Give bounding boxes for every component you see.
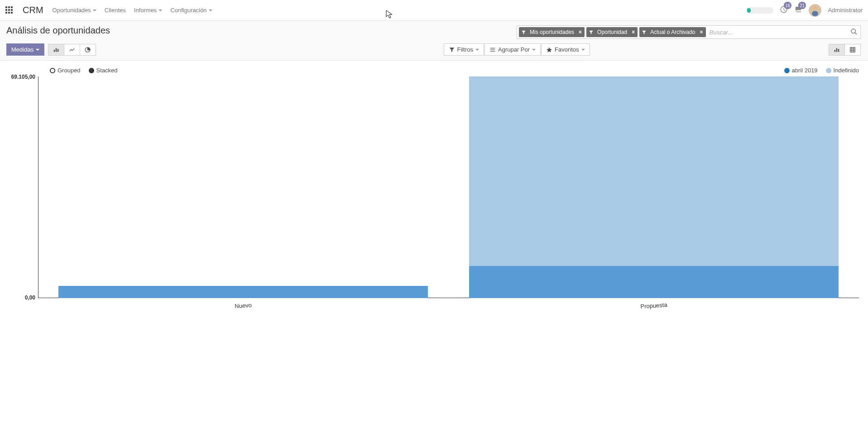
svg-rect-1	[812, 11, 818, 16]
search-icon	[850, 28, 858, 35]
svg-rect-13	[850, 47, 855, 52]
chart-canvas: 69.105,00 0,00 NuevoPropuesta	[38, 76, 859, 312]
svg-rect-6	[58, 49, 58, 52]
app-brand[interactable]: CRM	[23, 5, 43, 15]
svg-rect-8	[490, 49, 495, 50]
progress-indicator[interactable]	[746, 7, 773, 14]
groupby-label: Agrupar Por	[498, 46, 530, 53]
svg-point-2	[851, 29, 855, 33]
legend-stacked[interactable]: Stacked	[89, 67, 118, 74]
series-color-icon	[784, 68, 790, 73]
chevron-down-icon	[36, 49, 39, 51]
pie-chart-icon	[85, 47, 91, 53]
line-chart-icon	[69, 47, 75, 53]
nav-informes[interactable]: Informes	[134, 7, 163, 14]
view-switcher	[829, 44, 861, 56]
svg-rect-11	[836, 48, 837, 52]
cp-top: Análisis de oportunidades Mis oportunida…	[0, 21, 868, 41]
legend-abril-2019[interactable]: abril 2019	[784, 67, 818, 74]
nav-informes-label: Informes	[134, 7, 157, 14]
control-panel: Análisis de oportunidades Mis oportunida…	[0, 21, 868, 61]
pie-chart-button[interactable]	[80, 44, 96, 56]
legend-indefinido[interactable]: Indefinido	[826, 67, 859, 74]
messages-button[interactable]: 21	[794, 5, 802, 15]
search-button[interactable]	[850, 28, 858, 37]
chevron-down-icon	[209, 9, 212, 11]
bar-stack[interactable]	[469, 76, 839, 298]
activities-button[interactable]: 16	[780, 5, 788, 15]
filters-button[interactable]: Filtros	[444, 43, 484, 56]
plot-area: NuevoPropuesta	[38, 76, 859, 298]
legend-indefinido-label: Indefinido	[834, 67, 859, 74]
search-options: Filtros Agrupar Por Favoritos	[444, 43, 590, 56]
circle-filled-icon	[89, 68, 94, 73]
bar-segment[interactable]	[469, 76, 839, 266]
navbar-right: 16 21 Administrator	[746, 4, 863, 17]
facet-mis-oportunidades: Mis oportunidades ×	[519, 27, 585, 37]
series-color-icon	[826, 68, 831, 73]
facet-actual-archivado: Actual o Archivado ×	[639, 27, 705, 37]
category-nuevo: Nuevo	[38, 76, 449, 298]
messages-badge: 21	[798, 2, 806, 9]
svg-rect-9	[490, 51, 495, 51]
apps-icon[interactable]	[5, 6, 14, 14]
nav-menu: Oportunidades Clientes Informes Configur…	[53, 7, 212, 14]
favorites-label: Favoritos	[555, 46, 579, 53]
facet-label: Actual o Archivado	[648, 29, 697, 35]
bar-spacer	[58, 76, 428, 286]
facet-remove[interactable]: ×	[629, 29, 638, 35]
svg-point-0	[813, 6, 817, 10]
avatar[interactable]	[809, 4, 821, 17]
bar-chart-button[interactable]	[48, 44, 64, 56]
svg-line-3	[855, 33, 857, 34]
measures-label: Medidas	[11, 46, 34, 53]
nav-oportunidades-label: Oportunidades	[53, 7, 91, 14]
facet-label: Oportunidad	[595, 29, 629, 35]
list-icon	[489, 47, 496, 53]
groupby-button[interactable]: Agrupar Por	[484, 43, 541, 56]
cp-bottom: Medidas Filtros	[0, 41, 868, 60]
chevron-down-icon	[93, 9, 96, 11]
category-label: Propuesta	[640, 301, 667, 310]
y-tick-min: 0,00	[25, 294, 35, 301]
filters-label: Filtros	[457, 46, 473, 53]
svg-rect-12	[838, 49, 839, 52]
measures-button[interactable]: Medidas	[6, 43, 44, 56]
search-bar[interactable]: Mis oportunidades × Oportunidad × Actual…	[517, 25, 861, 39]
facet-remove[interactable]: ×	[697, 29, 706, 35]
person-icon	[809, 4, 821, 17]
legend-mode: Grouped Stacked	[50, 67, 118, 74]
chevron-down-icon	[158, 9, 162, 11]
graph-view-button[interactable]	[829, 44, 845, 56]
bar-chart-icon	[53, 47, 59, 53]
filter-icon	[519, 27, 528, 37]
nav-clientes-label: Clientes	[105, 7, 126, 14]
bar-stack[interactable]	[58, 76, 428, 298]
svg-rect-4	[54, 50, 55, 52]
filter-icon	[639, 27, 648, 37]
facet-remove[interactable]: ×	[576, 29, 585, 35]
pivot-view-button[interactable]	[844, 44, 861, 56]
nav-clientes[interactable]: Clientes	[105, 7, 126, 14]
user-menu[interactable]: Administrator	[828, 7, 863, 14]
bar-segment[interactable]	[469, 266, 839, 298]
nav-oportunidades[interactable]: Oportunidades	[53, 7, 96, 14]
search-input[interactable]	[707, 27, 850, 38]
chevron-down-icon	[475, 49, 479, 51]
nav-configuracion-label: Configuración	[170, 7, 206, 14]
y-tick-max: 69.105,00	[11, 74, 35, 80]
bar-segment[interactable]	[58, 286, 428, 298]
filter-icon	[449, 47, 455, 53]
nav-configuracion[interactable]: Configuración	[170, 7, 212, 14]
facet-oportunidad: Oportunidad ×	[586, 27, 638, 37]
category-propuesta: Propuesta	[449, 76, 859, 298]
legend-grouped[interactable]: Grouped	[50, 67, 81, 74]
chart-type-group	[48, 44, 96, 56]
circle-outline-icon	[50, 68, 55, 73]
favorites-button[interactable]: Favoritos	[541, 43, 590, 56]
table-icon	[849, 47, 856, 53]
category-label: Nuevo	[235, 302, 252, 310]
line-chart-button[interactable]	[64, 44, 80, 56]
legend-stacked-label: Stacked	[96, 67, 118, 74]
navbar: CRM Oportunidades Clientes Informes Conf…	[0, 0, 868, 21]
